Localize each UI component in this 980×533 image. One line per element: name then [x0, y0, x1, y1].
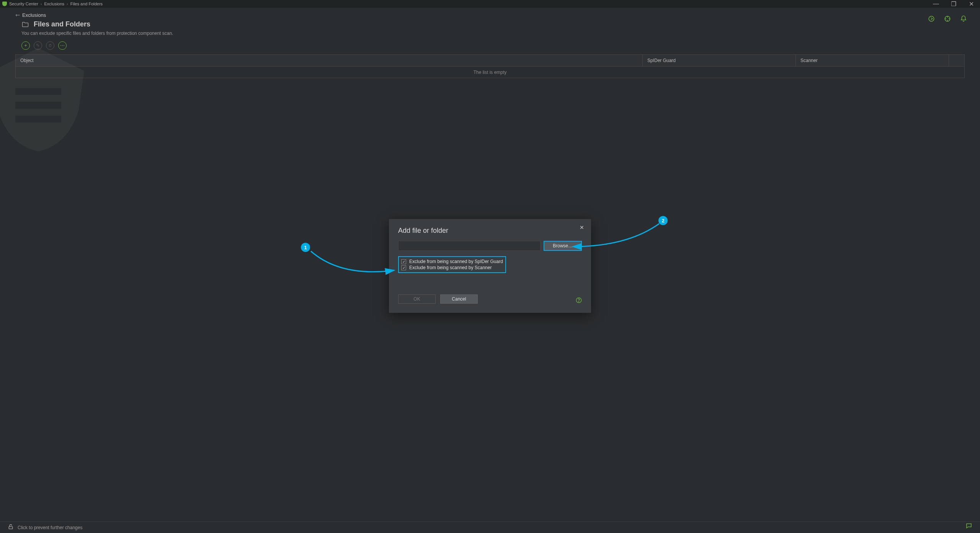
help-icon[interactable]	[576, 297, 582, 304]
svg-point-6	[578, 301, 579, 302]
breadcrumb-sep: ›	[41, 2, 42, 6]
footer-lock-text[interactable]: Click to prevent further changes	[18, 525, 82, 530]
folder-icon	[21, 21, 29, 28]
table-header: Object SpIDer Guard Scanner	[16, 55, 964, 66]
exclude-spider-label: Exclude from being scanned by SpIDer Gua…	[409, 259, 503, 264]
lock-open-icon[interactable]	[8, 524, 14, 531]
title-bar: Security Center › Exclusions › Files and…	[0, 0, 980, 8]
callout-badge-2: 2	[658, 216, 668, 225]
support-icon[interactable]	[944, 15, 951, 24]
exclude-scanner-label: Exclude from being scanned by Scanner	[409, 265, 492, 270]
close-icon[interactable]: ✕	[580, 224, 584, 231]
exclude-spider-checkbox[interactable]: ✓ Exclude from being scanned by SpIDer G…	[401, 258, 503, 265]
back-link[interactable]: 🡐 Exclusions	[0, 8, 980, 20]
watermark-logo	[0, 42, 100, 157]
chat-icon[interactable]	[965, 522, 972, 531]
svg-rect-4	[15, 116, 61, 123]
scan-icon[interactable]	[928, 15, 935, 24]
svg-rect-3	[15, 102, 61, 109]
action-bar: + ✎ ⋯	[0, 40, 980, 54]
browse-button[interactable]: Browse…	[544, 241, 582, 251]
scan-options-group: ✓ Exclude from being scanned by SpIDer G…	[398, 256, 506, 273]
minimize-button[interactable]: —	[927, 0, 945, 8]
page-subtitle: You can exclude specific files and folde…	[0, 29, 980, 40]
col-object[interactable]: Object	[16, 55, 643, 66]
page-title-text: Files and Folders	[34, 20, 90, 28]
svg-rect-2	[15, 88, 61, 95]
col-spider-guard[interactable]: SpIDer Guard	[643, 55, 796, 66]
checkbox-checked-icon: ✓	[401, 259, 406, 264]
page-title: Files and Folders	[0, 20, 980, 29]
svg-rect-7	[9, 526, 12, 529]
maximize-button[interactable]: ❐	[945, 0, 962, 8]
footer-bar: Click to prevent further changes	[0, 522, 980, 533]
breadcrumb-mid[interactable]: Exclusions	[44, 2, 64, 6]
bell-icon[interactable]	[960, 15, 967, 24]
breadcrumb-leaf: Files and Folders	[70, 2, 103, 6]
add-file-folder-dialog: Add file or folder ✕ Browse… ✓ Exclude f…	[389, 219, 591, 313]
callout-badge-1: 1	[301, 243, 310, 252]
path-input[interactable]	[398, 241, 541, 251]
app-shield-icon	[2, 2, 7, 6]
dialog-title: Add file or folder	[398, 227, 582, 235]
col-scanner[interactable]: Scanner	[796, 55, 949, 66]
back-link-label: Exclusions	[22, 12, 46, 18]
breadcrumb-sep: ›	[67, 2, 68, 6]
checkbox-checked-icon: ✓	[401, 265, 406, 270]
window-controls: — ❐ ✕	[927, 0, 980, 8]
col-end	[949, 55, 964, 66]
header-icons	[928, 15, 967, 24]
exclusions-table: Object SpIDer Guard Scanner The list is …	[15, 54, 965, 78]
chevron-left-icon: 🡐	[15, 13, 20, 18]
ok-button: OK	[398, 294, 436, 304]
table-empty-message: The list is empty	[16, 66, 964, 78]
exclude-scanner-checkbox[interactable]: ✓ Exclude from being scanned by Scanner	[401, 265, 503, 271]
close-window-button[interactable]: ✕	[962, 0, 980, 8]
svg-point-0	[929, 16, 934, 21]
breadcrumb-root[interactable]: Security Center	[9, 2, 38, 6]
cancel-button[interactable]: Cancel	[440, 294, 478, 304]
